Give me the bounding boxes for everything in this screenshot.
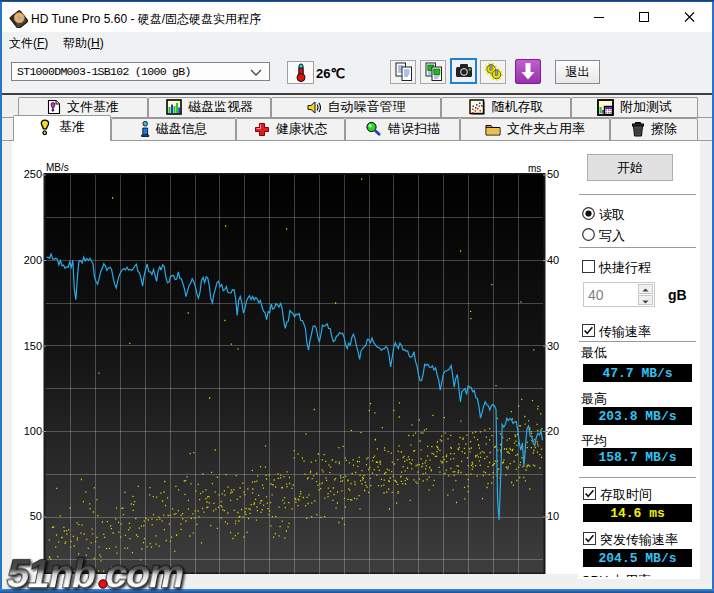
svg-text:51nb: 51nb bbox=[3, 551, 100, 593]
svg-text:com: com bbox=[101, 551, 188, 593]
